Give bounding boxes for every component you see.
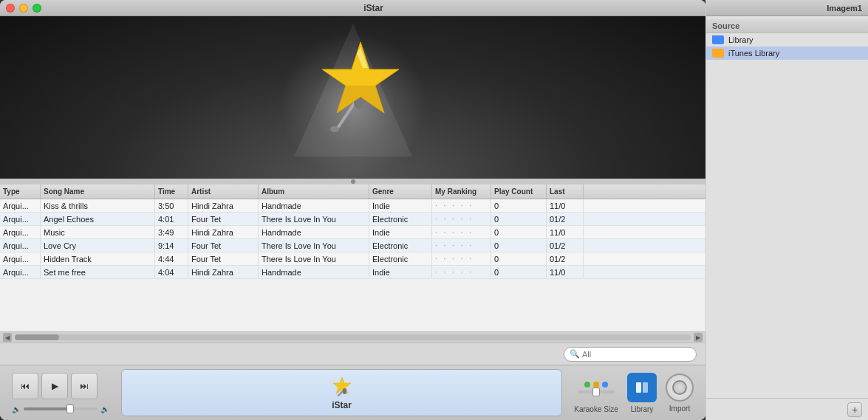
svg-point-1 bbox=[330, 126, 339, 132]
table-header: Type Song Name Time Artist Album Genre M… bbox=[0, 185, 705, 199]
cell-ranking: · · · · · bbox=[432, 199, 491, 212]
search-bar: 🔍 bbox=[0, 342, 705, 365]
cell-last: 01/2 bbox=[547, 252, 584, 265]
rewind-button[interactable]: ⏮ bbox=[12, 373, 38, 399]
table-row[interactable]: Arqui... Hidden Track 4:44 Four Tet Ther… bbox=[0, 252, 705, 266]
cell-time: 4:04 bbox=[155, 266, 188, 278]
search-wrap: 🔍 bbox=[564, 347, 697, 362]
source-itunes-label: iTunes Library bbox=[728, 49, 779, 58]
cell-last: 11/0 bbox=[547, 199, 584, 212]
main-window: iStar bbox=[0, 0, 705, 420]
scrollbar-thumb[interactable] bbox=[15, 334, 59, 340]
volume-high-icon: 🔊 bbox=[100, 405, 109, 413]
cell-album: There Is Love In You bbox=[259, 239, 369, 252]
minimize-button[interactable] bbox=[19, 4, 28, 13]
cell-time: 9:14 bbox=[155, 239, 188, 252]
song-table: Type Song Name Time Artist Album Genre M… bbox=[0, 185, 705, 331]
svg-rect-10 bbox=[343, 388, 346, 394]
svg-rect-12 bbox=[643, 382, 648, 393]
maximize-button[interactable] bbox=[33, 4, 41, 13]
hero-area bbox=[0, 16, 705, 179]
search-input[interactable] bbox=[564, 347, 697, 362]
library-group[interactable]: Library bbox=[627, 373, 657, 413]
col-header-last[interactable]: Last bbox=[547, 185, 584, 199]
cell-album: Handmade bbox=[259, 266, 369, 278]
right-panel-title: Imagem1 bbox=[827, 4, 862, 13]
istar-display-label: iStar bbox=[332, 400, 352, 410]
cell-genre: Electronic bbox=[369, 213, 432, 225]
import-group[interactable]: Import bbox=[666, 373, 694, 413]
ks-slider-track[interactable] bbox=[578, 390, 615, 393]
cell-last: 01/2 bbox=[547, 239, 584, 252]
col-header-artist[interactable]: Artist bbox=[188, 185, 259, 199]
col-header-playcount[interactable]: Play Count bbox=[491, 185, 547, 199]
library-label: Library bbox=[631, 405, 654, 413]
cell-artist: Four Tet bbox=[188, 252, 259, 265]
cell-album: There Is Love In You bbox=[259, 252, 369, 265]
bottom-bar: ⏮ ▶ ⏭ 🔈 🔊 iStar bbox=[0, 365, 705, 420]
cell-artist: Four Tet bbox=[188, 213, 259, 225]
cell-album: Handmade bbox=[259, 226, 369, 238]
cell-genre: Indie bbox=[369, 266, 432, 278]
col-header-type[interactable]: Type bbox=[0, 185, 41, 199]
ks-dot-blue bbox=[602, 382, 608, 388]
cell-ranking: · · · · · bbox=[432, 252, 491, 265]
source-library-label: Library bbox=[728, 35, 753, 44]
right-panel-body: Source Library iTunes Library bbox=[706, 16, 868, 398]
cell-time: 3:49 bbox=[155, 226, 188, 238]
cell-playcount: 0 bbox=[491, 213, 547, 225]
source-item-library[interactable]: Library bbox=[706, 33, 868, 47]
cell-genre: Electronic bbox=[369, 239, 432, 252]
ks-dot-yellow bbox=[593, 382, 599, 388]
cell-ranking: · · · · · bbox=[432, 213, 491, 225]
ks-slider-thumb bbox=[592, 388, 600, 396]
col-header-genre[interactable]: Genre bbox=[369, 185, 432, 199]
scroll-dot bbox=[351, 179, 355, 184]
source-header: Source bbox=[706, 19, 868, 33]
cell-ranking: · · · · · bbox=[432, 239, 491, 252]
volume-low-icon: 🔈 bbox=[12, 405, 21, 413]
action-icons: Karaoke Size Library bbox=[574, 373, 694, 413]
cell-name: Hidden Track bbox=[41, 252, 155, 265]
add-button[interactable]: + bbox=[847, 402, 862, 417]
karaoke-size-group[interactable]: Karaoke Size bbox=[574, 373, 618, 413]
cell-type: Arqui... bbox=[0, 213, 41, 225]
folder-blue-icon bbox=[712, 35, 724, 44]
close-button[interactable] bbox=[6, 4, 15, 13]
star-logo bbox=[305, 31, 401, 134]
table-body: Arqui... Kiss & thrills 3:50 Hindi Zahra… bbox=[0, 199, 705, 331]
title-bar: iStar bbox=[0, 0, 705, 16]
cell-last: 11/0 bbox=[547, 266, 584, 278]
cell-playcount: 0 bbox=[491, 252, 547, 265]
col-header-album[interactable]: Album bbox=[259, 185, 369, 199]
horizontal-scrollbar[interactable]: ◀ ▶ bbox=[0, 331, 705, 342]
volume-slider[interactable] bbox=[24, 407, 98, 410]
svg-rect-11 bbox=[636, 382, 641, 393]
col-header-ranking[interactable]: My Ranking bbox=[432, 185, 491, 199]
volume-thumb[interactable] bbox=[66, 404, 74, 413]
right-panel: Imagem1 Source Library iTunes Library + bbox=[705, 0, 868, 420]
table-row[interactable]: Arqui... Kiss & thrills 3:50 Hindi Zahra… bbox=[0, 199, 705, 213]
table-row[interactable]: Arqui... Music 3:49 Hindi Zahra Handmade… bbox=[0, 226, 705, 239]
play-button[interactable]: ▶ bbox=[41, 373, 68, 399]
forward-button[interactable]: ⏭ bbox=[71, 373, 98, 399]
table-row[interactable]: Arqui... Love Cry 9:14 Four Tet There Is… bbox=[0, 239, 705, 252]
volume-control: 🔈 🔊 bbox=[12, 405, 109, 413]
cell-playcount: 0 bbox=[491, 226, 547, 238]
source-item-itunes[interactable]: iTunes Library bbox=[706, 47, 868, 60]
scroll-right-arrow[interactable]: ▶ bbox=[694, 333, 703, 342]
table-row[interactable]: Arqui... Angel Echoes 4:01 Four Tet Ther… bbox=[0, 213, 705, 226]
right-panel-title-bar: Imagem1 bbox=[706, 0, 868, 16]
ks-dot-green bbox=[584, 382, 590, 388]
istar-display: iStar bbox=[121, 369, 562, 416]
karaoke-size-icon bbox=[574, 373, 618, 402]
cell-artist: Hindi Zahra bbox=[188, 226, 259, 238]
scrollbar-track[interactable] bbox=[15, 334, 691, 340]
traffic-lights bbox=[6, 4, 41, 13]
cell-time: 4:01 bbox=[155, 213, 188, 225]
col-header-time[interactable]: Time bbox=[155, 185, 188, 199]
col-header-name[interactable]: Song Name bbox=[41, 185, 155, 199]
table-row[interactable]: Arqui... Set me free 4:04 Hindi Zahra Ha… bbox=[0, 266, 705, 279]
cell-artist: Hindi Zahra bbox=[188, 266, 259, 278]
scroll-left-arrow[interactable]: ◀ bbox=[3, 333, 12, 342]
